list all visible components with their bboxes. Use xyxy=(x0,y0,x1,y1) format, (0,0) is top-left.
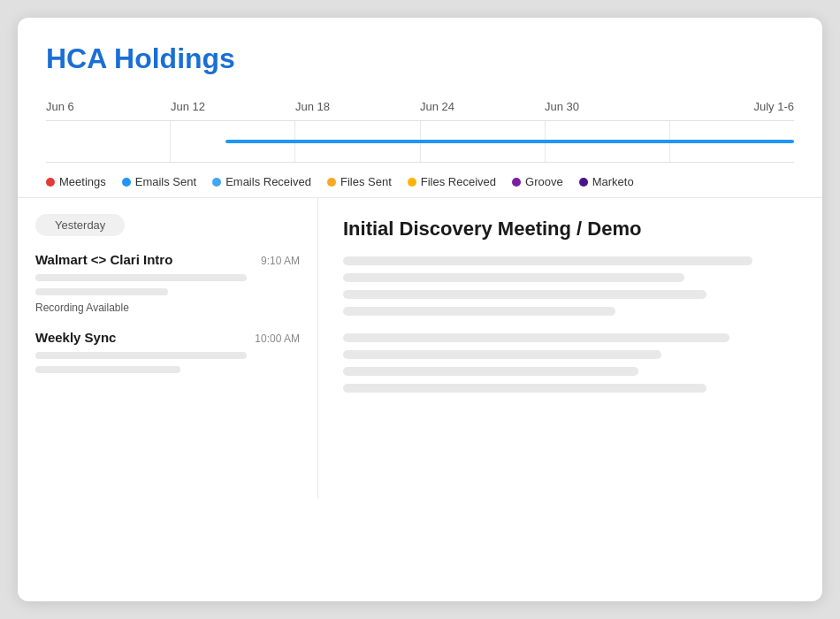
legend-item-4: Files Received xyxy=(408,175,496,188)
legend-item-3: Files Sent xyxy=(327,175,392,188)
header: HCA Holdings xyxy=(18,18,822,86)
meeting-row-1: Weekly Sync10:00 AM xyxy=(35,330,300,345)
timeline-label-0: Jun 6 xyxy=(46,100,171,113)
detail-skeleton-group-0 xyxy=(343,256,798,316)
meeting-item-0: Walmart <> Clari Intro9:10 AMRecording A… xyxy=(35,252,300,314)
timeline-section: Jun 6Jun 12Jun 18Jun 24Jun 30July 1-6 Me… xyxy=(18,100,822,197)
legend-label-6: Marketo xyxy=(592,175,634,188)
timeline-label-4: Jun 30 xyxy=(545,100,669,113)
timeline-progress-line xyxy=(225,140,794,143)
legend-label-4: Files Received xyxy=(421,175,496,188)
timeline-label-1: Jun 12 xyxy=(171,100,295,113)
detail-skeleton-1-1 xyxy=(343,350,661,359)
detail-title: Initial Discovery Meeting / Demo xyxy=(343,218,798,241)
legend-label-5: Groove xyxy=(525,175,563,188)
meeting-item-1: Weekly Sync10:00 AM xyxy=(35,330,300,373)
meeting-time-1: 10:00 AM xyxy=(255,332,300,345)
timeline-label-3: Jun 24 xyxy=(420,100,545,113)
legend-item-5: Groove xyxy=(512,175,563,188)
detail-skeleton-0-2 xyxy=(343,290,706,299)
detail-skeleton-0-3 xyxy=(343,307,615,316)
main-content: Yesterday Walmart <> Clari Intro9:10 AMR… xyxy=(18,198,822,499)
meeting-name-1: Weekly Sync xyxy=(35,330,116,345)
meeting-name-0: Walmart <> Clari Intro xyxy=(35,252,172,267)
left-panel: Yesterday Walmart <> Clari Intro9:10 AMR… xyxy=(18,198,318,499)
legend-dot-3 xyxy=(327,178,336,187)
meeting-row-0: Walmart <> Clari Intro9:10 AM xyxy=(35,252,300,267)
legend-dot-6 xyxy=(579,178,588,187)
skeleton-line-1-1 xyxy=(35,366,180,373)
recording-label-0: Recording Available xyxy=(35,302,300,314)
company-title: HCA Holdings xyxy=(46,42,794,75)
legend-dot-0 xyxy=(46,178,55,187)
detail-skeleton-group-1 xyxy=(343,333,798,393)
timeline-col-1 xyxy=(46,121,171,162)
right-panel: Initial Discovery Meeting / Demo xyxy=(318,198,822,499)
legend-label-2: Emails Received xyxy=(225,175,311,188)
detail-skeleton-1-2 xyxy=(343,367,638,376)
timeline-label-5: July 1-6 xyxy=(669,100,794,113)
legend-item-1: Emails Sent xyxy=(122,175,196,188)
legend-item-6: Marketo xyxy=(579,175,634,188)
timeline-labels: Jun 6Jun 12Jun 18Jun 24Jun 30July 1-6 xyxy=(46,100,794,120)
timeline-bar xyxy=(46,120,794,163)
legend-dot-1 xyxy=(122,178,131,187)
legend-label-3: Files Sent xyxy=(340,175,392,188)
legend-dot-2 xyxy=(212,178,221,187)
skeleton-line-0-1 xyxy=(35,288,168,295)
legend: Meetings Emails Sent Emails Received Fil… xyxy=(46,163,794,197)
detail-skeleton-1-0 xyxy=(343,333,729,342)
legend-dot-4 xyxy=(408,178,416,187)
legend-dot-5 xyxy=(512,178,521,187)
detail-skeleton-1-3 xyxy=(343,384,706,393)
legend-item-0: Meetings xyxy=(46,175,106,188)
main-card: HCA Holdings Jun 6Jun 12Jun 18Jun 24Jun … xyxy=(18,18,822,601)
meeting-time-0: 9:10 AM xyxy=(261,255,300,267)
skeleton-line-1-0 xyxy=(35,352,247,359)
detail-skeleton-0-1 xyxy=(343,273,684,282)
date-badge: Yesterday xyxy=(35,214,125,236)
detail-skeleton-0-0 xyxy=(343,256,752,265)
skeleton-line-0-0 xyxy=(35,274,247,281)
legend-label-0: Meetings xyxy=(59,175,106,188)
timeline-label-2: Jun 18 xyxy=(295,100,420,113)
legend-label-1: Emails Sent xyxy=(135,175,196,188)
legend-item-2: Emails Received xyxy=(212,175,311,188)
